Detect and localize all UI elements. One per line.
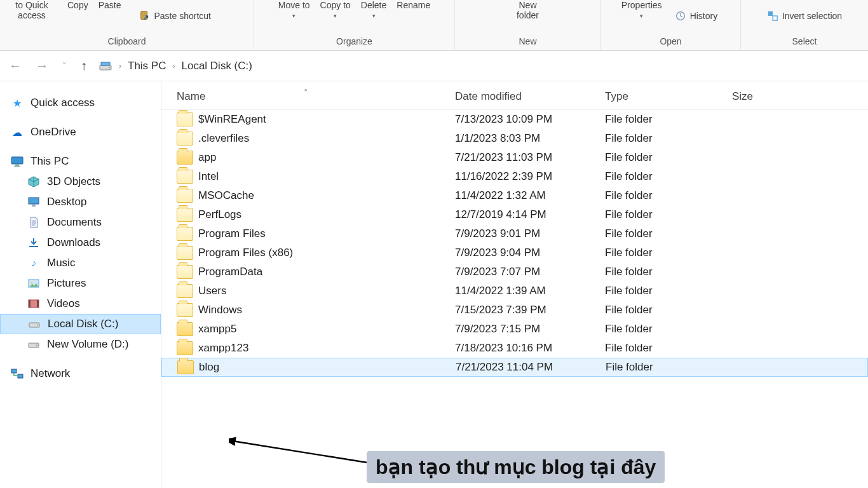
copy-label: Copy (67, 0, 88, 10)
folder-icon (177, 170, 193, 184)
history-label: History (690, 11, 718, 21)
file-type: File folder (606, 361, 733, 374)
table-row[interactable]: app7/21/2023 11:03 PMFile folder (161, 148, 868, 167)
new-folder-button[interactable]: New folder (508, 0, 548, 20)
disk-icon (27, 318, 41, 330)
tree-local-disk[interactable]: Local Disk (C:) (0, 314, 161, 334)
annotation-text: bạn tạo thư mục blog tại đây (367, 451, 665, 483)
nav-up-button[interactable]: ↑ (78, 57, 90, 74)
tree-documents[interactable]: Documents (0, 212, 161, 233)
table-row[interactable]: Program Files7/9/2023 9:01 PMFile folder (161, 224, 868, 243)
table-row[interactable]: Users11/4/2022 1:39 AMFile folder (161, 281, 868, 301)
column-headers: Name˄ Date modified Type Size (161, 86, 868, 110)
file-date: 7/21/2023 11:04 PM (456, 361, 606, 374)
delete-label: Delete (361, 0, 386, 10)
history-button[interactable]: History (672, 9, 721, 23)
tree-new-volume[interactable]: New Volume (D:) (0, 334, 161, 355)
table-row[interactable]: $WinREAgent7/13/2023 10:09 PMFile folder (161, 110, 868, 129)
table-row[interactable]: xampp57/9/2023 7:15 PMFile folder (161, 320, 868, 339)
file-date: 12/7/2019 4:14 PM (455, 208, 605, 221)
file-name: blog (199, 361, 456, 374)
file-date: 1/1/2023 8:03 PM (455, 132, 605, 145)
table-row[interactable]: ProgramData7/9/2023 7:07 PMFile folder (161, 262, 868, 281)
copy-to-button[interactable]: Copy to ▾ (320, 0, 351, 19)
column-name-header[interactable]: Name˄ (177, 90, 455, 103)
file-list: Name˄ Date modified Type Size $WinREAgen… (161, 81, 868, 488)
table-row[interactable]: Intel11/16/2022 2:39 PMFile folder (161, 167, 868, 186)
file-name: xampp5 (198, 323, 455, 336)
breadcrumb-this-pc[interactable]: This PC (128, 60, 166, 72)
paste-button[interactable]: Paste (98, 0, 121, 10)
column-date-label: Date modified (455, 90, 522, 102)
table-row[interactable]: MSOCache11/4/2022 1:32 AMFile folder (161, 186, 868, 205)
file-name: Intel (198, 170, 455, 183)
tree-downloads[interactable]: Downloads (0, 233, 161, 253)
nav-forward-button[interactable]: → (33, 57, 51, 74)
folder-icon (177, 303, 193, 317)
breadcrumb-separator: › (119, 62, 121, 71)
network-icon (10, 367, 24, 380)
properties-button[interactable]: Properties ▾ (621, 0, 662, 19)
rename-button[interactable]: Rename (397, 0, 430, 10)
table-row[interactable]: xampp1237/18/2023 10:16 PMFile folder (161, 339, 868, 358)
tree-this-pc[interactable]: This PC (0, 151, 161, 172)
tree-3d-objects[interactable]: 3D Objects (0, 172, 161, 192)
column-date-header[interactable]: Date modified (455, 90, 605, 103)
chevron-down-icon: ▾ (640, 13, 643, 19)
pin-quick-access-button[interactable]: to Quick access (6, 0, 57, 20)
file-type: File folder (605, 170, 732, 183)
tree-label: Quick access (31, 97, 95, 109)
table-row[interactable]: .cleverfiles1/1/2023 8:03 PMFile folder (161, 129, 868, 148)
tree-onedrive[interactable]: ☁OneDrive (0, 122, 161, 142)
tree-quick-access[interactable]: ★Quick access (0, 93, 161, 113)
file-date: 7/9/2023 7:07 PM (455, 266, 605, 278)
paste-shortcut-button[interactable]: Paste shortcut (137, 9, 214, 23)
properties-label: Properties (621, 0, 662, 10)
nav-back-button[interactable]: ← (6, 57, 24, 74)
tree-music[interactable]: ♪Music (0, 253, 161, 273)
column-type-header[interactable]: Type (605, 90, 732, 103)
tree-desktop[interactable]: Desktop (0, 192, 161, 212)
tree-network[interactable]: Network (0, 363, 161, 384)
table-row[interactable]: blog7/21/2023 11:04 PMFile folder (161, 358, 868, 377)
folder-icon (177, 265, 193, 279)
tree-label: OneDrive (31, 126, 76, 139)
column-size-header[interactable]: Size (732, 90, 821, 103)
svg-rect-12 (29, 246, 38, 247)
file-type: File folder (605, 151, 732, 164)
svg-rect-16 (29, 300, 31, 308)
file-type: File folder (605, 132, 732, 145)
folder-icon (177, 151, 193, 165)
pin-label: to Quick access (6, 0, 57, 20)
table-row[interactable]: Program Files (x86)7/9/2023 9:04 PMFile … (161, 243, 868, 262)
tree-label: Downloads (47, 236, 100, 249)
folder-icon (177, 132, 193, 146)
invert-selection-button[interactable]: Invert selection (764, 9, 844, 23)
column-name-label: Name (177, 90, 205, 102)
group-select-label: Select (792, 36, 817, 48)
tree-videos[interactable]: Videos (0, 294, 161, 314)
nav-recent-dropdown[interactable]: ˅ (60, 60, 69, 72)
breadcrumb[interactable]: › This PC › Local Disk (C:) (98, 60, 252, 72)
paste-shortcut-icon (139, 10, 151, 22)
chevron-down-icon: ▾ (292, 13, 295, 19)
svg-rect-23 (18, 374, 23, 378)
table-row[interactable]: Windows7/15/2023 7:39 PMFile folder (161, 301, 868, 320)
column-size-label: Size (732, 90, 753, 102)
breadcrumb-local-disk[interactable]: Local Disk (C:) (181, 60, 252, 72)
file-name: ProgramData (198, 266, 455, 278)
file-type: File folder (605, 247, 732, 259)
navigation-tree[interactable]: ★Quick access ☁OneDrive This PC 3D Objec… (0, 81, 161, 488)
rename-label: Rename (397, 0, 430, 10)
table-row[interactable]: PerfLogs12/7/2019 4:14 PMFile folder (161, 205, 868, 224)
tree-pictures[interactable]: Pictures (0, 273, 161, 294)
copy-button[interactable]: Copy (67, 0, 88, 10)
folder-icon (177, 112, 193, 126)
svg-rect-7 (11, 157, 23, 164)
move-to-button[interactable]: Move to ▾ (278, 0, 310, 19)
sort-indicator-icon: ˄ (304, 88, 308, 97)
history-icon (675, 10, 686, 22)
paste-shortcut-label: Paste shortcut (154, 11, 212, 21)
delete-button[interactable]: Delete ▾ (361, 0, 386, 19)
svg-point-21 (36, 345, 37, 346)
